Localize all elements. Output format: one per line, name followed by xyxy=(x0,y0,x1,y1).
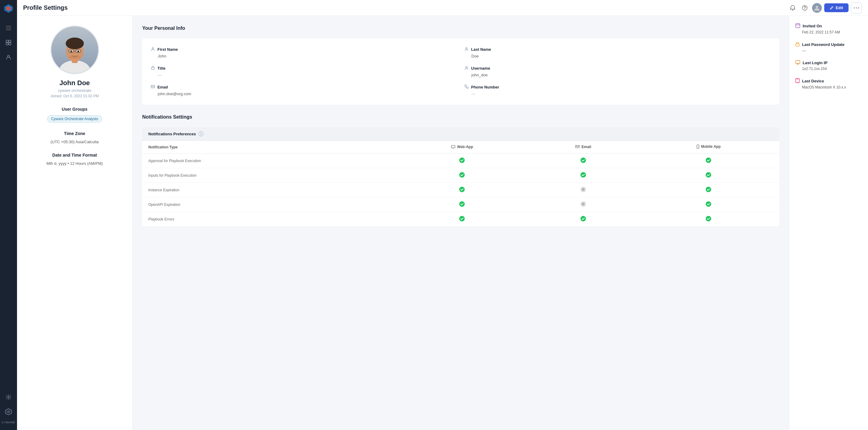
notif-web-check xyxy=(395,183,529,197)
sidebar-item-dashboard[interactable] xyxy=(2,36,14,49)
table-row: Approval for Playbook Execution xyxy=(142,153,779,168)
check-circle-icon xyxy=(459,157,465,163)
sidebar-nav xyxy=(2,22,14,391)
timezone-value: (UTC +05:30) Asia/Calcutta xyxy=(51,140,99,144)
label-first-name: First Name xyxy=(157,47,178,52)
meta-last-device: Last Device MacOS Macintosh X 10.x.x xyxy=(795,78,862,89)
sidebar-item-hamburger[interactable] xyxy=(2,22,14,34)
field-title: Title — xyxy=(151,66,457,77)
notif-email-check xyxy=(529,153,638,168)
topbar: Profile Settings xyxy=(17,0,868,16)
sidebar-item-users[interactable] xyxy=(2,51,14,63)
avatar-icon xyxy=(814,5,820,11)
personal-info-grid: First Name John Last Name Doe xyxy=(142,38,779,105)
svg-point-62 xyxy=(797,82,798,82)
notifications-header-bar: Notifications Preferences i xyxy=(142,127,779,141)
check-circle-icon xyxy=(459,172,465,178)
monitor-icon-ip xyxy=(795,60,800,65)
field-first-name-header: First Name xyxy=(151,47,457,52)
more-button[interactable] xyxy=(851,2,862,13)
svg-point-45 xyxy=(706,157,711,163)
personal-info-title: Your Personal Info xyxy=(142,26,779,31)
notif-mobile-check xyxy=(638,212,779,227)
svg-point-51 xyxy=(706,187,711,192)
check-circle-icon xyxy=(580,172,586,178)
label-last-name: Last Name xyxy=(471,47,491,52)
svg-point-34 xyxy=(152,48,154,49)
check-circle-icon xyxy=(459,201,465,207)
col-web-app: Web-App xyxy=(395,141,529,153)
calendar-icon xyxy=(795,23,800,29)
svg-point-42 xyxy=(698,147,698,148)
profile-org: cyware orchestrate xyxy=(58,88,91,93)
table-row: OpenAPI Expiration xyxy=(142,197,779,212)
notifications-title: Notifications Settings xyxy=(142,114,779,120)
sidebar-logo xyxy=(4,4,13,15)
meta-password-value: — xyxy=(795,49,862,53)
notif-mobile-check xyxy=(638,153,779,168)
svg-point-44 xyxy=(581,157,586,163)
value-phone: — xyxy=(464,91,771,96)
meta-password-label: Last Password Update xyxy=(802,42,844,47)
field-last-name: Last Name Doe xyxy=(464,47,771,58)
label-email: Email xyxy=(157,85,168,89)
svg-point-54 xyxy=(706,201,711,207)
sidebar-item-settings[interactable] xyxy=(2,391,14,403)
svg-point-7 xyxy=(8,397,9,398)
notif-type-label: Approval for Playbook Execution xyxy=(142,153,395,168)
notif-email-off xyxy=(529,183,638,197)
meta-invited-label: Invited On xyxy=(803,24,822,28)
phone-icon xyxy=(464,85,469,90)
sidebar-bottom: CYWARE xyxy=(2,391,15,426)
user-group-badge: Cyware Orchestrate Analysts xyxy=(47,115,102,122)
check-circle-icon xyxy=(705,201,711,207)
datetime-format-value: Mth d, yyyy • 12 Hours (AM/PM) xyxy=(46,161,103,166)
svg-rect-2 xyxy=(6,40,8,42)
table-row: Inputs for Playbook Execution xyxy=(142,168,779,183)
user-avatar[interactable] xyxy=(812,3,822,13)
svg-point-43 xyxy=(459,157,465,163)
meta-invited-on: Invited On Feb 22, 2022 11:57 AM xyxy=(795,23,862,34)
profile-name: John Doe xyxy=(59,79,90,87)
notification-icon[interactable] xyxy=(788,3,798,13)
svg-point-23 xyxy=(67,40,83,48)
label-phone: Phone Number xyxy=(471,85,499,89)
check-circle-icon xyxy=(705,216,711,222)
meta-invited-value: Feb 22, 2022 11:57 AM xyxy=(795,30,862,34)
main-wrapper: Profile Settings xyxy=(17,0,868,430)
notif-web-check xyxy=(395,197,529,212)
notif-type-label: Instance Expiration xyxy=(142,183,395,197)
svg-point-37 xyxy=(466,66,467,68)
info-tooltip-icon[interactable]: i xyxy=(198,132,203,136)
meta-device-header: Last Device xyxy=(795,78,862,84)
svg-rect-36 xyxy=(151,67,154,69)
cyware-bottom-icon xyxy=(5,408,12,415)
edit-button[interactable]: Edit xyxy=(824,3,848,12)
svg-rect-4 xyxy=(6,43,8,45)
check-circle-icon xyxy=(705,172,711,178)
user-icon-username xyxy=(464,66,469,71)
device-icon xyxy=(795,78,800,84)
notif-email-off xyxy=(529,197,638,212)
meta-ip-label: Last Login IP xyxy=(803,60,828,65)
sidebar-item-cyware[interactable] xyxy=(2,406,14,418)
help-icon[interactable] xyxy=(800,3,810,13)
field-username-header: Username xyxy=(464,66,771,71)
email-icon xyxy=(151,85,155,90)
svg-point-14 xyxy=(856,7,857,8)
hamburger-icon xyxy=(5,25,12,31)
users-icon xyxy=(6,54,11,60)
check-circle-icon xyxy=(580,157,586,163)
value-username: john_doe xyxy=(464,73,771,77)
svg-point-27 xyxy=(77,51,79,52)
svg-point-57 xyxy=(706,216,711,221)
check-circle-icon xyxy=(459,216,465,222)
left-panel: John Doe cyware orchestrate Joined: Oct … xyxy=(17,16,132,430)
value-title: — xyxy=(151,73,457,77)
notifications-card: Notifications Preferences i Notification… xyxy=(142,127,779,227)
mobile-icon xyxy=(696,144,699,149)
notif-mobile-check xyxy=(638,197,779,212)
svg-point-15 xyxy=(858,7,859,8)
notif-type-label: Inputs for Playbook Execution xyxy=(142,168,395,183)
svg-point-48 xyxy=(706,172,711,178)
